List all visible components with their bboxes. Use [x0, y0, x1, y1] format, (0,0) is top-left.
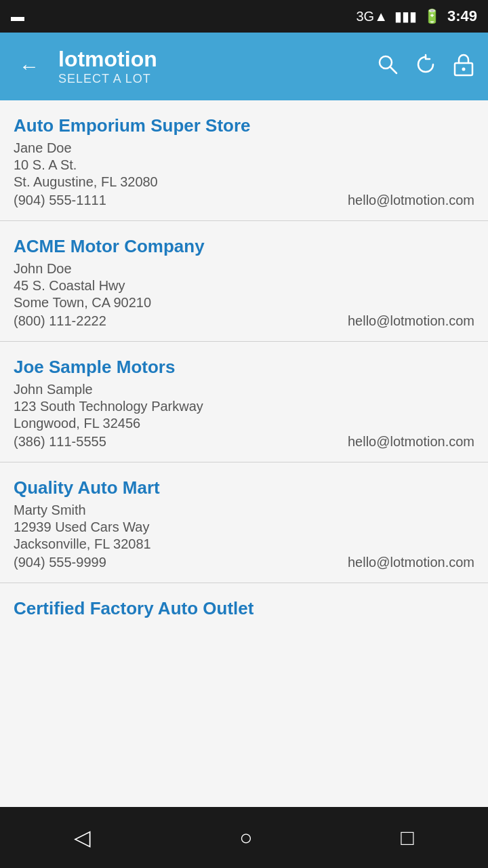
lot-contact: John Doe	[14, 261, 474, 277]
app-name: lotmotion	[58, 47, 363, 72]
lot-name: Certified Factory Auto Outlet	[14, 598, 474, 619]
lot-item[interactable]: Joe Sample Motors John Sample 123 South …	[0, 342, 488, 462]
lot-address2: Jacksonville, FL 32081	[14, 536, 474, 552]
lot-list: Auto Emporium Super Store Jane Doe 10 S.…	[0, 100, 488, 807]
lot-phone-row: (904) 555-9999 hello@lotmotion.com	[14, 555, 474, 570]
lot-address2: St. Augustine, FL 32080	[14, 174, 474, 190]
lot-item[interactable]: ACME Motor Company John Doe 45 S. Coasta…	[0, 221, 488, 342]
nav-back-button[interactable]: ◁	[54, 818, 111, 857]
lot-address1: 45 S. Coastal Hwy	[14, 278, 474, 294]
lot-contact: Jane Doe	[14, 140, 474, 156]
header-subtitle: SELECT A LOT	[58, 72, 363, 86]
lot-phone-row: (800) 111-2222 hello@lotmotion.com	[14, 313, 474, 329]
lot-item[interactable]: Quality Auto Mart Marty Smith 12939 Used…	[0, 462, 488, 583]
signal-icon: ▮▮▮	[394, 8, 417, 24]
lot-phone: (386) 111-5555	[14, 434, 106, 450]
lot-address2: Longwood, FL 32456	[14, 416, 474, 431]
status-time: 3:49	[447, 7, 477, 25]
nav-recent-button[interactable]: □	[380, 818, 434, 857]
svg-line-1	[390, 66, 397, 73]
lock-icon[interactable]	[453, 52, 474, 81]
lot-item[interactable]: Auto Emporium Super Store Jane Doe 10 S.…	[0, 100, 488, 221]
lot-email: hello@lotmotion.com	[348, 193, 474, 208]
lot-address1: 123 South Technology Parkway	[14, 399, 474, 414]
lot-phone: (904) 555-1111	[14, 193, 106, 208]
lot-name: Joe Sample Motors	[14, 357, 474, 378]
header-title-block: lotmotion SELECT A LOT	[58, 47, 363, 86]
lot-item-partial[interactable]: Certified Factory Auto Outlet	[0, 583, 488, 624]
lot-phone-row: (386) 111-5555 hello@lotmotion.com	[14, 434, 474, 450]
lot-address2: Some Town, CA 90210	[14, 295, 474, 311]
lot-phone: (904) 555-9999	[14, 555, 106, 570]
network-icon: 3G▲	[356, 9, 387, 24]
lot-address1: 12939 Used Cars Way	[14, 519, 474, 535]
lot-address1: 10 S. A St.	[14, 157, 474, 173]
search-icon[interactable]	[377, 54, 399, 80]
lot-name: ACME Motor Company	[14, 236, 474, 257]
lot-phone-row: (904) 555-1111 hello@lotmotion.com	[14, 193, 474, 208]
refresh-icon[interactable]	[415, 54, 436, 80]
lot-name: Auto Emporium Super Store	[14, 115, 474, 136]
sim-icon: ▬	[11, 9, 24, 24]
battery-icon: 🔋	[424, 8, 441, 24]
lot-email: hello@lotmotion.com	[348, 313, 474, 329]
back-button[interactable]: ←	[14, 50, 45, 83]
lot-email: hello@lotmotion.com	[348, 555, 474, 570]
app-header: ← lotmotion SELECT A LOT	[0, 33, 488, 100]
lot-email: hello@lotmotion.com	[348, 434, 474, 450]
lot-phone: (800) 111-2222	[14, 313, 106, 329]
bottom-nav: ◁ ○ □	[0, 807, 488, 868]
lot-contact: Marty Smith	[14, 502, 474, 518]
lot-name: Quality Auto Mart	[14, 477, 474, 498]
status-bar: ▬ 3G▲ ▮▮▮ 🔋 3:49	[0, 0, 488, 33]
header-icons	[377, 52, 474, 81]
svg-point-3	[462, 67, 466, 71]
nav-home-button[interactable]: ○	[219, 818, 272, 857]
lot-contact: John Sample	[14, 382, 474, 397]
